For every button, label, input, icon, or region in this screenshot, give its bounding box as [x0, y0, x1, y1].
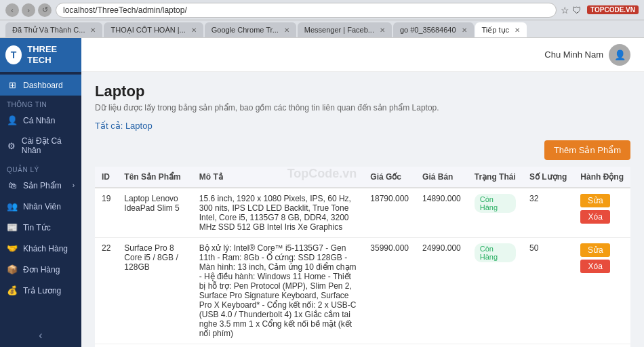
cell-name: Surface Pro 8 Core i5 / 8GB / 128GB — [117, 238, 192, 344]
tab-close-1[interactable]: ✕ — [191, 26, 197, 34]
tab-3[interactable]: Messenger | Faceb... ✕ — [298, 22, 392, 37]
col-desc: Mô Tả — [193, 167, 364, 188]
cell-qty: 2 — [523, 344, 573, 348]
table-head: ID Tên Sản Phẩm Mô Tả Giá Gốc Giá Bán Tr… — [95, 167, 630, 188]
tab-close-2[interactable]: ✕ — [284, 26, 289, 34]
col-name: Tên Sản Phẩm — [117, 167, 192, 188]
col-id: ID — [95, 167, 117, 188]
delete-button[interactable]: Xóa — [580, 260, 610, 273]
tab-close-0[interactable]: ✕ — [90, 26, 96, 34]
chevron-right-icon: › — [73, 182, 75, 189]
sidebar-item-khach-hang[interactable]: 🤝 Khách Hàng — [0, 238, 81, 259]
cell-desc: Bộ xử lý: Intel® Core™ i5-1135G7 - Gen 1… — [193, 238, 364, 344]
cell-price-sale: 17500.000 — [416, 344, 468, 348]
cell-price-orig: 18500.000 — [363, 344, 416, 348]
orders-icon: 📦 — [7, 264, 18, 274]
settings-icon: ⚙ — [7, 141, 16, 151]
salary-icon: 💰 — [7, 285, 18, 295]
top-header: Chu Minh Nam 👤 — [81, 38, 644, 72]
sidebar-section-info: THÔNG TIN — [0, 96, 81, 110]
dashboard-icon: ⊞ — [7, 80, 18, 90]
tab-close-4[interactable]: ✕ — [462, 26, 467, 34]
status-badge: Còn Hàng — [475, 194, 516, 213]
logo-text: THREE TECH — [27, 44, 76, 65]
col-price-orig: Giá Gốc — [363, 167, 416, 188]
tab-5[interactable]: Tiếp tục ✕ — [475, 22, 527, 37]
url-bar[interactable] — [56, 3, 557, 18]
col-qty: Số Lượng — [523, 167, 573, 188]
col-status: Trạng Thái — [468, 167, 523, 188]
browser-icons: ☆ 🛡 TOPCODE.VN — [561, 5, 639, 16]
user-info: Chu Minh Nam 👤 — [544, 44, 630, 66]
forward-button[interactable]: › — [22, 3, 35, 17]
shield-icon: 🛡 — [572, 5, 582, 16]
sidebar-collapse-button[interactable]: ‹ — [0, 324, 81, 347]
user-icon: 👤 — [614, 49, 626, 60]
tab-close-3[interactable]: ✕ — [380, 26, 385, 34]
app-wrapper: T THREE TECH ⊞ Dashboard THÔNG TIN 👤 Cá … — [0, 38, 644, 347]
tab-close-5[interactable]: ✕ — [515, 26, 520, 34]
cell-name: Laptop Lenovo IdeaPad Slim 5 — [117, 188, 192, 238]
cell-price-sale: 24990.000 — [416, 238, 468, 344]
status-badge: Còn Hàng — [475, 243, 516, 262]
products-icon: 🛍 — [7, 180, 18, 190]
page-subtitle: Dữ liệu được lấy trong bảng sản phẩm, ba… — [95, 103, 630, 113]
cell-price-sale: 14890.000 — [416, 188, 468, 238]
cell-price-orig: 18790.000 — [363, 188, 416, 238]
back-button[interactable]: ‹ — [5, 3, 19, 17]
sidebar-item-cai-dat[interactable]: ⚙ Cài Đặt Cá Nhân — [0, 131, 81, 161]
reload-button[interactable]: ↺ — [38, 3, 52, 17]
sidebar-item-tra-luong[interactable]: 💰 Trả Lương — [0, 280, 81, 301]
sidebar-item-nhan-vien[interactable]: 👥 Nhân Viên — [0, 196, 81, 217]
browser-nav-buttons[interactable]: ‹ › ↺ — [5, 3, 52, 17]
sidebar-section-quan-ly: QUẢN LÝ — [0, 161, 81, 175]
star-icon[interactable]: ☆ — [561, 5, 569, 16]
cell-action: SửaXóa — [573, 188, 630, 238]
cell-action: SửaXóa — [573, 344, 630, 348]
avatar: 👤 — [609, 44, 630, 66]
cell-desc: GD-51VN123SO i5 11400H/16GB/512GB/15.6" … — [193, 344, 364, 348]
cell-id: 22 — [95, 238, 117, 344]
breadcrumb-item[interactable]: Tất cả: Laptop — [95, 121, 153, 131]
sidebar-item-tin-tuc[interactable]: 📰 Tin Tức — [0, 217, 81, 238]
data-table: ID Tên Sản Phẩm Mô Tả Giá Gốc Giá Bán Tr… — [95, 167, 630, 347]
news-icon: 📰 — [7, 222, 18, 232]
cell-price-orig: 35990.000 — [363, 238, 416, 344]
sidebar-item-san-pham[interactable]: 🛍 Sản Phẩm › — [0, 175, 81, 196]
add-product-button[interactable]: Thêm Sản Phẩm — [544, 140, 630, 160]
table-header-row: ID Tên Sản Phẩm Mô Tả Giá Gốc Giá Bán Tr… — [95, 167, 630, 188]
tab-0[interactable]: Đã Thử Và Thành C... ✕ — [5, 22, 102, 37]
delete-button[interactable]: Xóa — [580, 210, 610, 224]
cell-desc: 15.6 inch, 1920 x 1080 Pixels, IPS, 60 H… — [193, 188, 364, 238]
add-btn-row: Thêm Sản Phẩm — [95, 140, 630, 160]
table-row: 19Laptop Lenovo IdeaPad Slim 515.6 inch,… — [95, 188, 630, 238]
cell-id: 23 — [95, 344, 117, 348]
person-icon: 👤 — [7, 115, 18, 125]
sidebar-logo: T THREE TECH — [0, 38, 81, 72]
main-content: Chu Minh Nam 👤 Laptop Dữ liệu được lấy t… — [81, 38, 644, 347]
table-body: 19Laptop Lenovo IdeaPad Slim 515.6 inch,… — [95, 188, 630, 347]
cell-status: Còn Hàng — [468, 238, 523, 344]
cell-status: Còn Hàng — [468, 344, 523, 348]
browser-bar: ‹ › ↺ ☆ 🛡 TOPCODE.VN — [0, 0, 644, 20]
tab-4[interactable]: go #0_35684640 ✕ — [393, 22, 474, 37]
breadcrumb: Tất cả: Laptop — [95, 121, 630, 131]
edit-button[interactable]: Sửa — [580, 243, 610, 257]
sidebar-item-ca-nhan[interactable]: 👤 Cá Nhân — [0, 110, 81, 131]
cell-qty: 50 — [523, 238, 573, 344]
edit-button[interactable]: Sửa — [580, 194, 610, 207]
col-action: Hành Động — [573, 167, 630, 188]
topcode-badge: TOPCODE.VN — [587, 5, 639, 14]
page-body: Laptop Dữ liệu được lấy trong bảng sản p… — [81, 72, 644, 347]
logo-icon: T — [5, 45, 22, 64]
sidebar-item-don-hang[interactable]: 📦 Đơn Hàng — [0, 259, 81, 280]
sidebar-item-dashboard[interactable]: ⊞ Dashboard — [0, 75, 81, 96]
employees-icon: 👥 — [7, 201, 18, 211]
table-row: 23Laptop Gigabyte Gaming G5 GD-51VN123SO… — [95, 344, 630, 348]
cell-qty: 32 — [523, 188, 573, 238]
sidebar-menu: ⊞ Dashboard THÔNG TIN 👤 Cá Nhân ⚙ Cài Đặ… — [0, 72, 81, 324]
tab-1[interactable]: THOẠI CÔT HOÀN |... ✕ — [104, 22, 203, 37]
cell-name: Laptop Gigabyte Gaming G5 GD-51VN123SO — [117, 344, 192, 348]
cell-id: 19 — [95, 188, 117, 238]
tab-2[interactable]: Google Chrome Tr... ✕ — [205, 22, 296, 37]
